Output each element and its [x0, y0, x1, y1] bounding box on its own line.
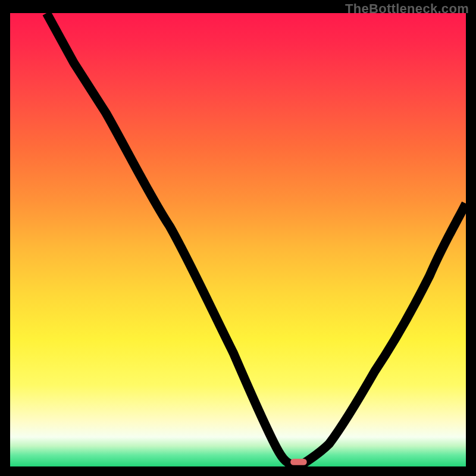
gradient-background — [10, 13, 466, 466]
optimal-marker — [290, 459, 307, 465]
chart-frame: TheBottleneck.com — [0, 0, 476, 476]
bottleneck-chart — [10, 13, 466, 466]
